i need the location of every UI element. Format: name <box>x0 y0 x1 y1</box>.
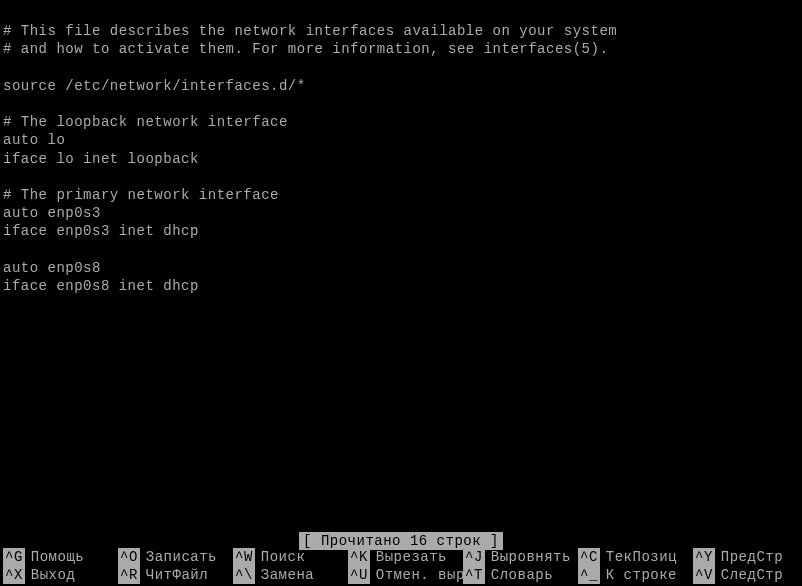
shortcut-justify[interactable]: ^J Выровнять <box>463 548 578 566</box>
shortcut-key: ^T <box>463 566 485 584</box>
shortcut-label: Вырезать <box>376 548 447 566</box>
shortcut-label: Поиск <box>261 548 306 566</box>
file-line: source /etc/network/interfaces.d/* <box>3 78 306 94</box>
shortcut-label: Записать <box>146 548 217 566</box>
shortcut-bar: ^G Помощь ^O Записать ^W Поиск ^K Выреза… <box>0 548 802 586</box>
shortcut-label: ПредСтр <box>721 548 783 566</box>
shortcut-cut[interactable]: ^K Вырезать <box>348 548 463 566</box>
shortcut-gotoline[interactable]: ^_ К строке <box>578 566 693 584</box>
shortcut-key: ^W <box>233 548 255 566</box>
shortcut-nextpage[interactable]: ^V СледСтр <box>693 566 802 584</box>
editor-content[interactable]: # This file describes the network interf… <box>0 0 802 299</box>
shortcut-key: ^O <box>118 548 140 566</box>
shortcut-key: ^R <box>118 566 140 584</box>
shortcut-replace[interactable]: ^\ Замена <box>233 566 348 584</box>
shortcut-label: Помощь <box>31 548 84 566</box>
shortcut-label: Словарь <box>491 566 553 584</box>
shortcut-key: ^_ <box>578 566 600 584</box>
shortcut-writeout[interactable]: ^O Записать <box>118 548 233 566</box>
shortcut-spell[interactable]: ^T Словарь <box>463 566 578 584</box>
shortcut-label: Выровнять <box>491 548 571 566</box>
shortcut-prevpage[interactable]: ^Y ПредСтр <box>693 548 802 566</box>
shortcut-label: ЧитФайл <box>146 566 208 584</box>
shortcut-row-1: ^G Помощь ^O Записать ^W Поиск ^K Выреза… <box>3 548 799 566</box>
shortcut-key: ^K <box>348 548 370 566</box>
file-line: # The loopback network interface <box>3 114 288 130</box>
shortcut-label: ТекПозиц <box>606 548 677 566</box>
shortcut-uncut[interactable]: ^U Отмен. выре <box>348 566 463 584</box>
file-line: # and how to activate them. For more inf… <box>3 41 608 57</box>
shortcut-key: ^G <box>3 548 25 566</box>
shortcut-search[interactable]: ^W Поиск <box>233 548 348 566</box>
shortcut-readfile[interactable]: ^R ЧитФайл <box>118 566 233 584</box>
shortcut-key: ^U <box>348 566 370 584</box>
file-line: iface enp0s3 inet dhcp <box>3 223 199 239</box>
file-line: auto lo <box>3 132 65 148</box>
shortcut-help[interactable]: ^G Помощь <box>3 548 118 566</box>
shortcut-label: Отмен. выре <box>376 566 463 584</box>
file-line: auto enp0s8 <box>3 260 101 276</box>
shortcut-label: СледСтр <box>721 566 783 584</box>
shortcut-curpos[interactable]: ^C ТекПозиц <box>578 548 693 566</box>
shortcut-key: ^C <box>578 548 600 566</box>
file-line: # This file describes the network interf… <box>3 23 617 39</box>
file-line: iface enp0s8 inet dhcp <box>3 278 199 294</box>
file-line: auto enp0s3 <box>3 205 101 221</box>
shortcut-key: ^Y <box>693 548 715 566</box>
file-line: iface lo inet loopback <box>3 151 199 167</box>
shortcut-key: ^V <box>693 566 715 584</box>
shortcut-key: ^\ <box>233 566 255 584</box>
shortcut-label: К строке <box>606 566 677 584</box>
file-line: # The primary network interface <box>3 187 279 203</box>
shortcut-label: Замена <box>261 566 314 584</box>
shortcut-row-2: ^X Выход ^R ЧитФайл ^\ Замена ^U Отмен. … <box>3 566 799 584</box>
shortcut-exit[interactable]: ^X Выход <box>3 566 118 584</box>
shortcut-key: ^X <box>3 566 25 584</box>
shortcut-label: Выход <box>31 566 76 584</box>
shortcut-key: ^J <box>463 548 485 566</box>
